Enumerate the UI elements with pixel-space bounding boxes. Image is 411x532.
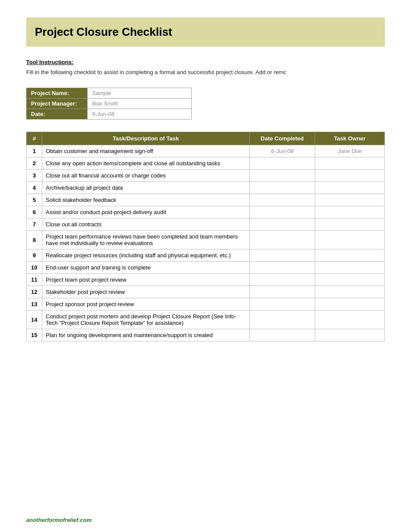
row-number: 15: [27, 329, 42, 341]
table-row: 9Reallocate project resources (including…: [27, 249, 385, 262]
row-date: [250, 194, 315, 206]
instructions-text: Fill in the following checklist to assis…: [26, 69, 385, 75]
table-row: 3Close out all financial accounts or cha…: [27, 170, 385, 182]
row-task: Close out all financial accounts or char…: [42, 170, 250, 182]
table-row: 6Assist and/or conduct post-project deli…: [27, 206, 385, 218]
row-owner: [315, 194, 385, 206]
row-owner: [315, 329, 385, 341]
table-row: 5Solicit stakeholder feedback: [27, 194, 385, 206]
project-info-value: Sample: [88, 88, 192, 99]
row-owner: [315, 157, 385, 170]
table-row: 8Project team performance reviews have b…: [27, 231, 385, 249]
main-table: #Task/Description of TaskDate CompletedT…: [26, 132, 385, 341]
row-owner: [315, 206, 385, 218]
row-number: 10: [27, 262, 42, 274]
row-number: 8: [27, 231, 42, 249]
row-task: Solicit stakeholder feedback: [42, 194, 250, 206]
table-row: 11Project team post project review: [27, 274, 385, 286]
table-row: 12Stakeholder post project review: [27, 286, 385, 298]
row-number: 1: [27, 145, 42, 157]
row-task: Plan for ongoing development and mainten…: [42, 329, 250, 341]
row-owner: [315, 231, 385, 249]
table-header-2: Date Completed: [250, 132, 315, 145]
row-date: [250, 262, 315, 274]
row-number: 9: [27, 249, 42, 262]
row-number: 6: [27, 206, 42, 218]
row-date: [250, 329, 315, 341]
row-number: 3: [27, 170, 42, 182]
row-task: Conduct project post mortem and develop …: [42, 310, 250, 329]
project-info-row: Project Name:Sample: [27, 88, 192, 99]
row-date: 6-Jun-08: [250, 145, 315, 157]
table-header-3: Task Owner: [315, 132, 385, 145]
row-number: 11: [27, 274, 42, 286]
row-owner: [315, 249, 385, 262]
row-task: Project team performance reviews have be…: [42, 231, 250, 249]
row-date: [250, 182, 315, 194]
table-row: 13Project sponsor post project review: [27, 298, 385, 310]
row-date: [250, 170, 315, 182]
row-task: Project sponsor post project review: [42, 298, 250, 310]
row-date: [250, 206, 315, 218]
project-info-label: Date:: [27, 109, 88, 119]
project-info-row: Date:9-Jun-08: [27, 109, 192, 119]
row-owner: [315, 170, 385, 182]
row-date: [250, 231, 315, 249]
row-task: Archive/backup all project data: [42, 182, 250, 194]
row-task: Stakeholder post project review: [42, 286, 250, 298]
project-info-value: Bob Smith: [88, 99, 192, 109]
project-info-value: 9-Jun-08: [88, 109, 192, 119]
table-row: 7Close out all contracts: [27, 218, 385, 231]
row-number: 5: [27, 194, 42, 206]
page: Project Closure Checklist Tool Instructi…: [0, 0, 411, 368]
table-row: 10End-user support and training is compl…: [27, 262, 385, 274]
row-task: Reallocate project resources (including …: [42, 249, 250, 262]
row-number: 12: [27, 286, 42, 298]
row-task: Close out all contracts: [42, 218, 250, 231]
table-row: 14Conduct project post mortem and develo…: [27, 310, 385, 329]
footer: anotherformofrelief.com: [26, 517, 92, 523]
row-owner: [315, 310, 385, 329]
row-date: [250, 157, 315, 170]
row-task: Assist and/or conduct post-project deliv…: [42, 206, 250, 218]
table-header-0: #: [27, 132, 42, 145]
project-info-label: Project Name:: [27, 88, 88, 99]
row-owner: [315, 274, 385, 286]
row-number: 7: [27, 218, 42, 231]
row-number: 14: [27, 310, 42, 329]
title-box: Project Closure Checklist: [26, 17, 385, 47]
row-task: Obtain customer and management sign-off: [42, 145, 250, 157]
row-number: 4: [27, 182, 42, 194]
row-owner: [315, 298, 385, 310]
row-date: [250, 218, 315, 231]
row-task: Close any open action items/complete and…: [42, 157, 250, 170]
row-task: End-user support and training is complet…: [42, 262, 250, 274]
row-date: [250, 310, 315, 329]
row-date: [250, 286, 315, 298]
row-owner: [315, 262, 385, 274]
row-owner: [315, 218, 385, 231]
project-info-row: Project Manager:Bob Smith: [27, 99, 192, 109]
row-number: 2: [27, 157, 42, 170]
page-title: Project Closure Checklist: [35, 25, 376, 39]
table-row: 15Plan for ongoing development and maint…: [27, 329, 385, 341]
row-owner: Jane Doe: [315, 145, 385, 157]
project-info-label: Project Manager:: [27, 99, 88, 109]
row-number: 13: [27, 298, 42, 310]
table-row: 1Obtain customer and management sign-off…: [27, 145, 385, 157]
project-info-table: Project Name:SampleProject Manager:Bob S…: [26, 88, 192, 119]
row-owner: [315, 182, 385, 194]
row-date: [250, 274, 315, 286]
row-owner: [315, 286, 385, 298]
table-header-1: Task/Description of Task: [42, 132, 250, 145]
row-date: [250, 249, 315, 262]
table-row: 4Archive/backup all project data: [27, 182, 385, 194]
table-row: 2Close any open action items/complete an…: [27, 157, 385, 170]
row-date: [250, 298, 315, 310]
instructions-heading: Tool Instructions:: [26, 59, 385, 65]
row-task: Project team post project review: [42, 274, 250, 286]
